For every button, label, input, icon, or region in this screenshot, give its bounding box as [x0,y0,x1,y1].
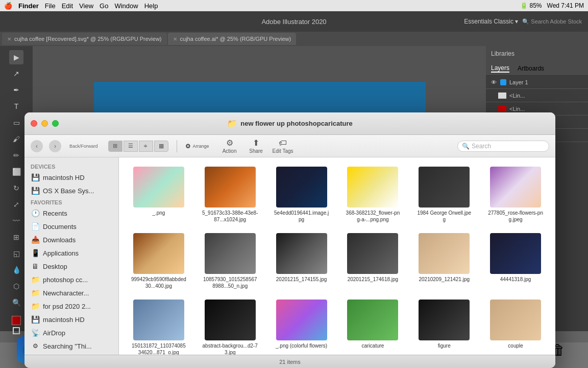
file-item-8[interactable]: 20201215_174155.jpg [268,230,335,292]
fill-color[interactable] [12,316,21,325]
ai-tool-rotate[interactable]: ↻ [9,181,23,195]
file-thumb-7 [205,233,256,274]
file-item-15[interactable]: caricature [339,296,406,355]
file-item-2[interactable]: 5e4edd0196441.image.jpg [268,164,335,226]
file-item-16[interactable]: figure [410,296,478,355]
ai-tool-eyedropper[interactable]: 💧 [9,263,23,277]
ai-tool-brush[interactable]: 🖌 [9,132,23,146]
file-name-5: 277805_rose-flowers-png.jpeg [487,210,544,223]
file-thumb-1 [205,167,256,208]
file-thumb-4 [419,167,470,208]
ai-tool-gradient[interactable]: ◱ [9,246,23,261]
file-thumb-8 [276,233,327,274]
file-item-11[interactable]: 44441318.jpg [482,230,549,292]
finder-minimize-button[interactable] [41,120,48,127]
downloads-icon: 📥 [31,236,40,244]
ai-tab-2[interactable]: ✕ cujha coffee.ai* @ 25% (RGB/GPU Previe… [168,33,297,45]
file-name-17: couple [508,342,523,349]
sidebar-item-macintosh-hd-1[interactable]: 💾 macintosh HD [24,171,118,184]
recents-icon: 🕐 [31,209,40,217]
menu-file[interactable]: File [45,2,56,10]
favorites-section-label: Favorites [24,197,118,206]
menu-finder[interactable]: Finder [18,2,39,10]
view-column-button[interactable]: ⫩ [139,141,153,152]
file-item-9[interactable]: 20201215_174618.jpg [339,230,406,292]
sidebar-item-photoshop-cc[interactable]: 📁 photoshop cc... [24,273,118,286]
ai-tab-1-close[interactable]: ✕ [7,36,11,42]
forward-button[interactable]: › [49,140,61,152]
file-item-17[interactable]: couple [482,296,549,355]
ai-layer-1[interactable]: 👁 Layer 1 [486,76,588,89]
view-icon-button[interactable]: ⊞ [108,141,122,152]
file-item-10[interactable]: 20210209_121421.jpg [410,230,478,292]
view-list-button[interactable]: ☰ [124,141,138,152]
sidebar-item-osx-base[interactable]: 💾 OS X Base Sys... [24,184,118,197]
file-item-13[interactable]: abstract-backgrou...d2-73.jpg [197,296,264,355]
file-item-3[interactable]: 368-3682132_flower-png-a-...png.png [339,164,406,226]
finder-maximize-button[interactable] [52,120,59,127]
sidebar-item-desktop[interactable]: 🖥 Desktop [24,260,118,273]
file-item-4[interactable]: 1984 George Orwell.jpeg [410,164,478,226]
sidebar-label-airdrop: AirDrop [43,329,65,337]
action-label: Action [223,148,237,154]
menu-go[interactable]: Go [100,2,108,10]
apple-menu[interactable]: 🍎 [4,2,12,10]
ai-tab-2-close[interactable]: ✕ [173,36,177,42]
share-button[interactable]: ⬆ Share [246,138,266,154]
search-bar[interactable]: 🔍 Search [457,141,549,152]
file-item-1[interactable]: 5_91673c33-388e-43e8-87...x1024.jpg [197,164,264,226]
ai-tool-direct[interactable]: ↗ [9,66,23,81]
sidebar-item-searching[interactable]: ⚙ Searching "Thi... [24,339,118,353]
arrange-label: Arrange [193,144,209,149]
ai-tool-pen[interactable]: ✒ [9,83,23,97]
sidebar-item-recents[interactable]: 🕐 Recents [24,206,118,220]
ai-tool-pencil[interactable]: ✏ [9,148,23,163]
essentials-dropdown[interactable]: Essentials Classic ▾ [464,18,518,25]
view-gallery-button[interactable]: ▦ [154,141,168,152]
file-item-0[interactable]: _.png [125,164,192,226]
sidebar-item-macintosh-hd-3[interactable]: 💾 macintosh HD [24,353,118,355]
sidebar-item-downloads[interactable]: 📥 Downloads [24,233,118,246]
sidebar-item-for-psd[interactable]: 📁 for psd 2020 2... [24,300,118,313]
ai-tool-blend[interactable]: ⬡ [9,279,23,293]
ai-sublayer-1[interactable]: <Lin... [486,89,588,102]
menu-view[interactable]: View [79,2,93,10]
ai-tool-warp[interactable]: 〰 [9,214,23,228]
back-button[interactable]: ‹ [31,140,43,152]
edit-tags-button[interactable]: 🏷 Edit Tags [273,139,293,154]
finder-close-button[interactable] [31,120,37,127]
action-button[interactable]: ⚙ Action [219,138,240,154]
menu-edit[interactable]: Edit [62,2,73,10]
search-stock[interactable]: 🔍 Search Adobe Stock [522,18,582,25]
sidebar-item-airdrop[interactable]: 📡 AirDrop [24,326,118,339]
file-name-2: 5e4edd0196441.image.jpg [274,210,330,223]
ai-tool-mesh[interactable]: ⊞ [9,230,23,244]
arrange-group-btn[interactable]: ⚙ Arrange [185,143,209,150]
ai-tool-scale[interactable]: ⤢ [9,197,23,212]
ai-tab-1[interactable]: ✕ cujha coffee [Recovered].svg* @ 25% (R… [2,33,167,45]
ai-tool-eraser[interactable]: ⬜ [9,165,23,179]
file-item-12[interactable]: 150131872_1103740853462​0...871_o.jpg [125,296,192,355]
file-thumb-16 [419,300,470,340]
ai-panel-tab-layers[interactable]: Layers [491,64,509,73]
ai-panel-tab-artboards[interactable]: Artboards [518,65,544,72]
menu-window[interactable]: Window [114,2,138,10]
file-item-14[interactable]: _.png (colorful flowers) [268,296,335,355]
ai-tool-type[interactable]: T [9,99,23,113]
ai-tool-shape[interactable]: ▭ [9,116,23,130]
file-item-7[interactable]: 10857930_10152585678988...50_n.jpg [197,230,264,292]
sidebar-item-macintosh-hd-2[interactable]: 💾 macintosh HD [24,313,118,326]
file-item-5[interactable]: 277805_rose-flowers-png.jpeg [482,164,549,226]
ai-tool-zoom[interactable]: 🔍 [9,295,23,310]
sidebar-label-macintosh-hd-1: macintosh HD [43,174,85,181]
layer-visibility-icon[interactable]: 👁 [490,79,497,85]
sidebar-item-applications[interactable]: 📱 Applications [24,246,118,260]
sidebar-item-documents[interactable]: 📄 Documents [24,220,118,233]
ai-tool-select[interactable]: ▶ [9,50,23,64]
menu-help[interactable]: Help [144,2,158,10]
devices-section-label: Devices [24,162,118,171]
file-item-6[interactable]: 999429cb9590f8abbded30...400.jpg [125,230,192,292]
sidebar-item-newcharacter[interactable]: 📁 Newcharacter... [24,286,118,300]
file-thumb-9 [347,233,398,274]
search-placeholder: Search [472,143,491,150]
